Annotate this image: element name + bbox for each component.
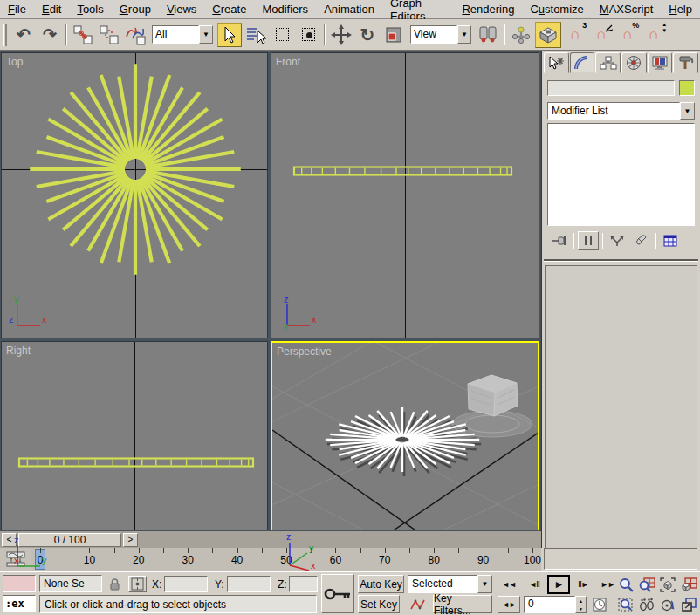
rectangular-selection-region-button[interactable]	[270, 23, 294, 47]
object-color-swatch[interactable]	[679, 80, 695, 96]
menu-group[interactable]: Group	[112, 1, 159, 17]
svg-text:z: z	[284, 294, 289, 304]
magnifier-icon	[619, 577, 634, 592]
time-configuration-button[interactable]	[590, 596, 609, 613]
show-end-result-button[interactable]	[578, 231, 599, 250]
percent-snap-toggle-button[interactable]: ∩%	[615, 23, 640, 47]
make-unique-button[interactable]	[607, 231, 628, 250]
time-slider-next-button[interactable]: >	[123, 533, 138, 547]
maxscript-mini-listener[interactable]: :ex	[3, 595, 36, 612]
toolbar-grip[interactable]	[3, 24, 7, 46]
track-bar: 0102030405060708090100	[0, 548, 541, 571]
menu-views[interactable]: Views	[159, 1, 204, 17]
y-coordinate-field[interactable]	[227, 576, 271, 592]
absolute-mode-transform-button[interactable]	[128, 576, 147, 592]
set-key-button[interactable]: Set Key	[358, 595, 400, 613]
menu-file[interactable]: File	[0, 1, 34, 17]
spinner-up-icon[interactable]: ▲	[576, 597, 586, 605]
chevron-down-icon: ▼	[461, 31, 468, 38]
select-and-scale-button[interactable]	[381, 23, 406, 47]
undo-button[interactable]: ↶	[11, 23, 36, 47]
next-frame-button[interactable]: ‖►	[573, 576, 594, 593]
unlink-selection-button[interactable]	[97, 23, 121, 47]
spinner-down-icon[interactable]: ▼	[576, 605, 586, 612]
selection-filter-dropdown[interactable]: All ▼	[152, 25, 213, 44]
selection-lock-toggle-button[interactable]	[106, 576, 123, 592]
angle-snap-toggle-button[interactable]: ∩	[589, 23, 614, 47]
hierarchy-icon	[600, 55, 617, 71]
tab-display[interactable]	[648, 52, 673, 73]
auto-key-button[interactable]: Auto Key	[358, 575, 404, 593]
select-and-manipulate-button[interactable]	[509, 23, 533, 47]
z-coordinate-label: Z:	[278, 578, 287, 591]
tab-motion[interactable]	[621, 52, 647, 73]
redo-button[interactable]: ↷	[38, 23, 62, 47]
viewport-front[interactable]: Front zxy	[271, 52, 539, 338]
use-pivot-point-center-button[interactable]	[476, 23, 500, 47]
menu-rendering[interactable]: Rendering	[454, 1, 522, 17]
menu-tools[interactable]: Tools	[69, 1, 111, 17]
maxscript-macro-recorder-pane[interactable]	[3, 575, 36, 592]
tab-create[interactable]	[544, 52, 569, 73]
x-coordinate-field[interactable]	[164, 576, 208, 592]
bind-to-space-warp-button[interactable]	[123, 23, 148, 47]
tab-modify[interactable]	[570, 52, 595, 73]
menu-edit[interactable]: Edit	[34, 1, 69, 17]
scale-icon	[385, 26, 402, 44]
previous-frame-button[interactable]: ◄‖	[524, 576, 545, 593]
select-and-link-button[interactable]	[71, 23, 95, 47]
menu-customize[interactable]: Customize	[522, 1, 591, 17]
menu-help[interactable]: Help	[661, 1, 700, 17]
pan-view-button[interactable]	[637, 596, 656, 613]
axis-tripod: zxy	[277, 294, 317, 332]
menu-create[interactable]: Create	[204, 1, 254, 17]
window-crossing-toggle-button[interactable]	[296, 23, 320, 47]
reference-coordinate-system-dropdown[interactable]: View ▼	[410, 25, 471, 44]
play-animation-button[interactable]: ►	[547, 575, 570, 594]
clock-icon	[593, 598, 607, 612]
modifier-list-dropdown[interactable]: Modifier List ▼	[547, 102, 695, 120]
coord-system-arrow[interactable]: ▼	[457, 25, 471, 44]
chevron-down-icon: ▼	[684, 107, 691, 115]
spinner-snap-toggle-button[interactable]: ∩▲▼	[642, 23, 666, 47]
select-object-button[interactable]	[217, 23, 242, 47]
current-frame-field[interactable]: 0 ▲▼	[524, 596, 587, 613]
pin-stack-button[interactable]	[549, 231, 570, 250]
object-name-field[interactable]	[547, 80, 675, 96]
key-filters-button[interactable]: Key Filters...	[433, 595, 492, 613]
region-zoom-button[interactable]	[616, 596, 635, 613]
select-and-move-button[interactable]	[329, 23, 353, 47]
tab-hierarchy[interactable]	[595, 52, 621, 73]
y-coordinate-label: Y:	[215, 578, 224, 591]
modifier-list-arrow[interactable]: ▼	[680, 102, 695, 120]
key-mode-dropdown[interactable]: Selected ▼	[408, 575, 492, 593]
min-max-toggle-button[interactable]	[679, 596, 698, 613]
key-mode-arrow[interactable]: ▼	[477, 575, 492, 593]
arc-rotate-button[interactable]	[658, 596, 677, 613]
viewport-top[interactable]: Top yxz	[1, 52, 268, 338]
menu-modifiers[interactable]: Modifiers	[254, 1, 316, 17]
zoom-extents-button[interactable]	[658, 576, 677, 593]
select-and-rotate-button[interactable]: ↻	[355, 23, 380, 47]
ruler-tick	[360, 548, 361, 553]
set-keys-button[interactable]	[321, 574, 354, 613]
frame-spinner[interactable]: ▲▼	[575, 596, 587, 613]
svg-text:y: y	[14, 294, 19, 304]
default-in-out-tangents-button[interactable]	[408, 595, 429, 613]
key-mode-toggle-button[interactable]: ◄►	[498, 596, 520, 613]
menu-maxscript[interactable]: MAXScript	[592, 1, 661, 17]
snap-3d-button[interactable]: ∩3	[563, 23, 587, 47]
zoom-all-button[interactable]	[637, 576, 656, 593]
menu-animation[interactable]: Animation	[316, 1, 382, 17]
zoom-extents-all-button[interactable]	[679, 576, 698, 593]
selection-filter-arrow[interactable]: ▼	[199, 25, 213, 44]
remove-modifier-button[interactable]	[631, 231, 652, 250]
snaps-toggle-button[interactable]	[535, 22, 561, 48]
select-by-name-button[interactable]	[244, 23, 268, 47]
zoom-button[interactable]	[616, 576, 635, 593]
tab-utilities[interactable]	[673, 52, 698, 73]
z-coordinate-field[interactable]	[289, 576, 318, 592]
modifier-stack-list[interactable]	[547, 123, 695, 226]
configure-modifier-sets-button[interactable]	[660, 231, 681, 250]
go-to-start-button[interactable]: ◄◄	[498, 576, 520, 593]
